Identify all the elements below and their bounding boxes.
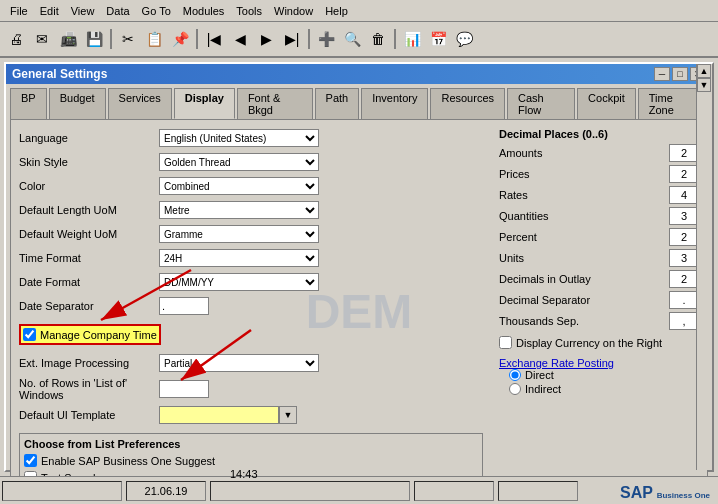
tab-font-bkgd[interactable]: Font & Bkgd bbox=[237, 88, 313, 119]
direct-radio[interactable] bbox=[509, 369, 521, 381]
tab-display[interactable]: Display bbox=[174, 88, 235, 119]
toolbar-find-btn[interactable]: 🔍 bbox=[340, 27, 364, 51]
default-weight-select[interactable]: Gramme bbox=[159, 225, 319, 243]
tab-cockpit[interactable]: Cockpit bbox=[577, 88, 636, 119]
toolbar-nav-first-btn[interactable]: |◀ bbox=[202, 27, 226, 51]
thousands-sep-input[interactable] bbox=[669, 312, 699, 330]
language-select[interactable]: English (United States) bbox=[159, 129, 319, 147]
menu-window[interactable]: Window bbox=[268, 3, 319, 19]
prices-input[interactable] bbox=[669, 165, 699, 183]
amounts-input[interactable] bbox=[669, 144, 699, 162]
toolbar-calendar-btn[interactable]: 📅 bbox=[426, 27, 450, 51]
no-rows-input[interactable] bbox=[159, 380, 209, 398]
menu-tools[interactable]: Tools bbox=[230, 3, 268, 19]
decimal-separator-row: Decimal Separator bbox=[499, 291, 699, 309]
language-label: Language bbox=[19, 132, 159, 144]
tab-resources[interactable]: Resources bbox=[430, 88, 505, 119]
toolbar-email-btn[interactable]: ✉ bbox=[30, 27, 54, 51]
toolbar-nav-prev-btn[interactable]: ◀ bbox=[228, 27, 252, 51]
manage-company-time-checkbox[interactable] bbox=[23, 328, 36, 341]
toolbar-separator-4 bbox=[394, 29, 396, 49]
no-rows-label: No. of Rows in 'List of' Windows bbox=[19, 377, 159, 401]
decimals-outlay-row: Decimals in Outlay bbox=[499, 270, 699, 288]
main-two-col: Language English (United States) Skin St… bbox=[19, 128, 699, 493]
toolbar-separator-2 bbox=[196, 29, 198, 49]
toolbar-nav-last-btn[interactable]: ▶| bbox=[280, 27, 304, 51]
menu-modules[interactable]: Modules bbox=[177, 3, 231, 19]
color-select[interactable]: Combined bbox=[159, 177, 319, 195]
default-ui-input[interactable] bbox=[159, 406, 279, 424]
no-rows-row: No. of Rows in 'List of' Windows bbox=[19, 377, 483, 401]
display-currency-checkbox[interactable] bbox=[499, 336, 512, 349]
tab-inventory[interactable]: Inventory bbox=[361, 88, 428, 119]
status-date: 21.06.19 bbox=[126, 481, 206, 501]
list-preferences-header: Choose from List Preferences bbox=[24, 438, 478, 450]
prices-label: Prices bbox=[499, 168, 669, 180]
status-cell-1 bbox=[2, 481, 122, 501]
tab-budget[interactable]: Budget bbox=[49, 88, 106, 119]
toolbar-separator-3 bbox=[308, 29, 310, 49]
menu-help[interactable]: Help bbox=[319, 3, 354, 19]
exchange-rate-link[interactable]: Exchange Rate Posting bbox=[499, 357, 614, 369]
vertical-scrollbar[interactable]: ▲ ▼ bbox=[696, 64, 712, 470]
enable-sap-suggest-checkbox[interactable] bbox=[24, 454, 37, 467]
main-area: General Settings ─ □ ✕ BP Budget Service… bbox=[0, 58, 718, 476]
menu-goto[interactable]: Go To bbox=[136, 3, 177, 19]
toolbar-save-btn[interactable]: 💾 bbox=[82, 27, 106, 51]
toolbar-cut-btn[interactable]: ✂ bbox=[116, 27, 140, 51]
toolbar-nav-next-btn[interactable]: ▶ bbox=[254, 27, 278, 51]
toolbar-separator-1 bbox=[110, 29, 112, 49]
default-length-select[interactable]: Metre bbox=[159, 201, 319, 219]
maximize-button[interactable]: □ bbox=[672, 67, 688, 81]
prices-row: Prices bbox=[499, 165, 699, 183]
tab-cash-flow[interactable]: Cash Flow bbox=[507, 88, 575, 119]
units-input[interactable] bbox=[669, 249, 699, 267]
direct-radio-row: Direct bbox=[509, 369, 699, 381]
dialog-title-text: General Settings bbox=[12, 67, 107, 81]
toolbar-copy-btn[interactable]: 📋 bbox=[142, 27, 166, 51]
tab-path[interactable]: Path bbox=[315, 88, 360, 119]
date-format-select[interactable]: DD/MM/YY bbox=[159, 273, 319, 291]
toolbar-add-btn[interactable]: ➕ bbox=[314, 27, 338, 51]
date-separator-row: Date Separator bbox=[19, 296, 483, 316]
tab-bp[interactable]: BP bbox=[10, 88, 47, 119]
decimal-separator-input[interactable] bbox=[669, 291, 699, 309]
quantities-input[interactable] bbox=[669, 207, 699, 225]
percent-input[interactable] bbox=[669, 228, 699, 246]
display-content-panel: DEM Language English (United States) Ski… bbox=[10, 119, 708, 502]
right-column: Decimal Places (0..6) Amounts Prices Rat… bbox=[499, 128, 699, 493]
decimals-outlay-input[interactable] bbox=[669, 270, 699, 288]
toolbar-delete-btn[interactable]: 🗑 bbox=[366, 27, 390, 51]
menu-edit[interactable]: Edit bbox=[34, 3, 65, 19]
tab-services[interactable]: Services bbox=[108, 88, 172, 119]
time-format-select[interactable]: 24H bbox=[159, 249, 319, 267]
time-format-row: Time Format 24H bbox=[19, 248, 483, 268]
default-ui-dropdown-btn[interactable]: ▼ bbox=[279, 406, 297, 424]
percent-row: Percent bbox=[499, 228, 699, 246]
scroll-down-btn[interactable]: ▼ bbox=[697, 78, 711, 92]
skin-style-label: Skin Style bbox=[19, 156, 159, 168]
minimize-button[interactable]: ─ bbox=[654, 67, 670, 81]
indirect-radio[interactable] bbox=[509, 383, 521, 395]
date-separator-input[interactable] bbox=[159, 297, 209, 315]
ext-image-select[interactable]: Partial bbox=[159, 354, 319, 372]
toolbar-chart-btn[interactable]: 📊 bbox=[400, 27, 424, 51]
color-label: Color bbox=[19, 180, 159, 192]
rates-input[interactable] bbox=[669, 186, 699, 204]
exchange-rate-section: Exchange Rate Posting Direct Indirect bbox=[499, 357, 699, 395]
skin-style-select[interactable]: Golden Thread bbox=[159, 153, 319, 171]
toolbar-msg-btn[interactable]: 💬 bbox=[452, 27, 476, 51]
status-bar: 21.06.19 14:43 SAP Business One bbox=[0, 476, 718, 504]
menu-data[interactable]: Data bbox=[100, 3, 135, 19]
toolbar-print-btn[interactable]: 🖨 bbox=[4, 27, 28, 51]
rates-row: Rates bbox=[499, 186, 699, 204]
menu-view[interactable]: View bbox=[65, 3, 101, 19]
amounts-label: Amounts bbox=[499, 147, 669, 159]
default-ui-row: Default UI Template ▼ bbox=[19, 405, 483, 425]
toolbar-paste-btn[interactable]: 📌 bbox=[168, 27, 192, 51]
menu-file[interactable]: File bbox=[4, 3, 34, 19]
toolbar-fax-btn[interactable]: 📠 bbox=[56, 27, 80, 51]
rates-label: Rates bbox=[499, 189, 669, 201]
scroll-up-btn[interactable]: ▲ bbox=[697, 64, 711, 78]
tab-bar: BP Budget Services Display Font & Bkgd P… bbox=[6, 84, 712, 119]
